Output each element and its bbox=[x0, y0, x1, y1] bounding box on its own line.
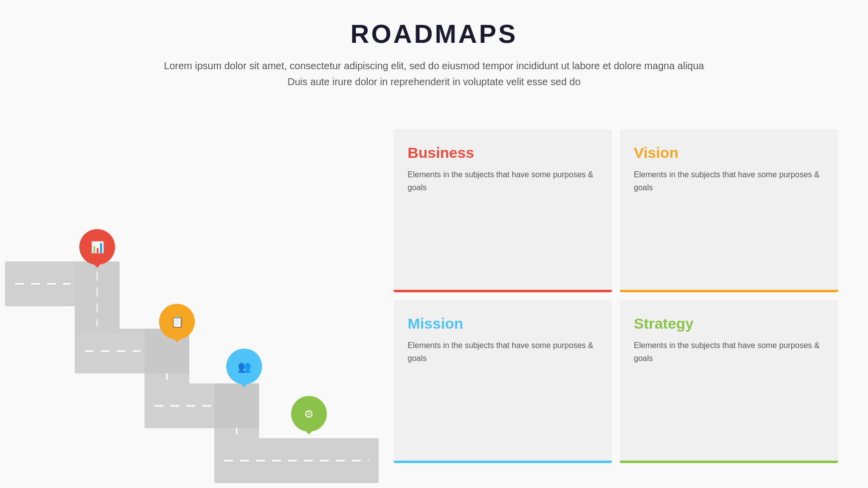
svg-text:⚙: ⚙ bbox=[304, 408, 314, 420]
svg-text:📊: 📊 bbox=[91, 241, 105, 254]
card-strategy-text: Elements in the subjects that have some … bbox=[634, 339, 824, 463]
main-container: ROADMAPS Lorem ipsum dolor sit amet, con… bbox=[0, 0, 868, 488]
svg-rect-14 bbox=[214, 383, 259, 428]
road-area: 📊 📋 👥 ⚙ bbox=[0, 115, 379, 478]
card-mission-title: Mission bbox=[408, 315, 598, 332]
page-title: ROADMAPS bbox=[0, 19, 868, 49]
svg-text:👥: 👥 bbox=[238, 360, 252, 373]
card-strategy: Strategy Elements in the subjects that h… bbox=[620, 300, 838, 463]
pin-strategy: ⚙ bbox=[291, 396, 327, 435]
road-svg: 📊 📋 👥 ⚙ bbox=[0, 115, 379, 488]
cards-area: Business Elements in the subjects that h… bbox=[379, 115, 868, 478]
header: ROADMAPS Lorem ipsum dolor sit amet, con… bbox=[0, 0, 868, 96]
card-business-text: Elements in the subjects that have some … bbox=[408, 168, 598, 292]
card-strategy-title: Strategy bbox=[634, 315, 824, 332]
card-mission: Mission Elements in the subjects that ha… bbox=[394, 300, 612, 463]
card-vision: Vision Elements in the subjects that hav… bbox=[620, 129, 838, 292]
page-subtitle: Lorem ipsum dolor sit amet, consectetur … bbox=[160, 58, 708, 90]
svg-text:📋: 📋 bbox=[170, 315, 184, 329]
card-vision-title: Vision bbox=[634, 144, 824, 161]
card-business-title: Business bbox=[408, 144, 598, 161]
pin-mission: 👥 bbox=[226, 349, 262, 387]
card-vision-text: Elements in the subjects that have some … bbox=[634, 168, 824, 292]
svg-rect-16 bbox=[75, 261, 120, 334]
card-mission-text: Elements in the subjects that have some … bbox=[408, 339, 598, 463]
card-business: Business Elements in the subjects that h… bbox=[394, 129, 612, 292]
